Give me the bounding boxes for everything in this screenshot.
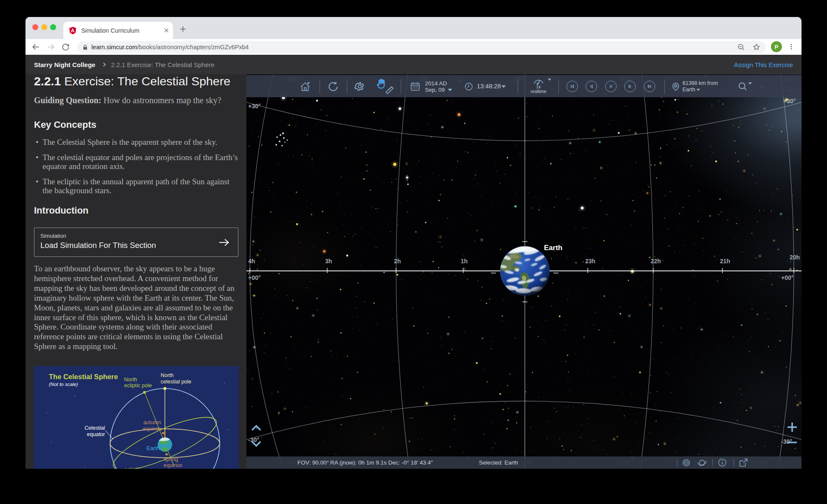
figure-ncp-dot (164, 387, 167, 390)
figure-subtitle: (Not to scale) (49, 382, 78, 387)
open-external-icon[interactable] (739, 458, 748, 467)
browser-menu-icon[interactable] (786, 41, 797, 52)
forward-button[interactable] (44, 39, 57, 55)
minimize-window-button[interactable] (41, 24, 47, 30)
celestial-sphere-figure: The Celestial Sphere (Not to scale) Nort… (34, 366, 239, 469)
figure-ncp-label: celestial pole (161, 379, 191, 385)
lesson-title: 2.2.1 Exercise: The Celestial Sphere (34, 74, 246, 88)
back-arrow-icon (31, 42, 40, 51)
ra-dec-readout: RA (jnow): 0h 1m 9.1s Dec: -0° 18′ 43.4″ (330, 456, 433, 469)
reload-button[interactable] (59, 39, 72, 55)
figure-spring-equinox-dot (165, 453, 168, 456)
gear-icon (354, 80, 366, 93)
grid-hour-label: 1h (461, 258, 467, 265)
grid-hour-label: 20h (790, 254, 800, 261)
step-back-icon (588, 83, 595, 90)
pan-up-chevron[interactable] (250, 423, 262, 432)
new-tab-button[interactable] (177, 23, 189, 35)
browser-tab[interactable]: Simulation Curriculum (63, 22, 173, 39)
sky-simulation[interactable]: 4h 3h 2h 1h 23h 22h 21h 20h +00° +00° +3… (246, 74, 802, 469)
settings-gear-icon[interactable] (354, 75, 366, 98)
home-button[interactable] (299, 75, 311, 98)
info-icon[interactable] (717, 458, 727, 467)
skip-to-start-button[interactable] (566, 81, 578, 92)
lock-icon (82, 44, 88, 51)
orientation-reset-button[interactable] (327, 75, 340, 98)
close-window-button[interactable] (32, 24, 38, 30)
home-icon (299, 81, 311, 93)
grid-hour-label: 23h (585, 258, 595, 265)
figure-nep-label: North (124, 377, 137, 383)
skip-to-end-button[interactable] (644, 81, 655, 92)
time-dropdown-caret[interactable] (501, 75, 506, 98)
bookmark-star-icon[interactable] (752, 43, 761, 51)
viewing-location[interactable]: 61398 km from Earth (683, 75, 718, 98)
speed-dropdown-caret[interactable] (548, 79, 551, 81)
calendar-glyph-icon (410, 81, 421, 92)
step-back-button[interactable] (586, 81, 597, 92)
simulation-toolbar: 2014 AD Sep, 09 13:48:28 (246, 75, 802, 97)
location-dropdown-caret[interactable] (697, 89, 700, 91)
date-display[interactable]: 2014 AD Sep, 09 (425, 75, 452, 98)
arrow-right-icon (218, 237, 230, 248)
url-bar[interactable]: learn.simcur.com/books/astronomy/chapter… (77, 41, 766, 53)
angular-favicon-icon (68, 26, 77, 35)
lesson-panel: 2.2.1 Exercise: The Celestial Sphere Gui… (25, 74, 246, 469)
figure-autumn-equinox-label: autumn (143, 420, 161, 425)
orbit-icon[interactable] (697, 458, 707, 467)
figure-earth-label: Earth (147, 445, 160, 451)
key-concepts-list: The Celestial Sphere is the apparent sph… (36, 138, 239, 201)
fov-readout: FOV: 90.00° (297, 456, 329, 469)
grid-hour-label: 22h (651, 258, 661, 265)
figure-celestial-equator-label: equator (87, 431, 105, 437)
speed-unit: realtime (530, 89, 546, 94)
date-dropdown-caret[interactable] (448, 89, 452, 91)
search-dropdown-caret[interactable] (748, 82, 752, 84)
key-concepts-heading: Key Concepts (34, 119, 96, 130)
time-display[interactable]: 13:48:28 (477, 75, 501, 98)
skip-to-start-icon (569, 83, 575, 90)
search-icon[interactable] (737, 75, 748, 98)
toolbar-divider (518, 79, 518, 93)
orbit-glyph-icon (697, 458, 707, 468)
breadcrumb-root[interactable]: Starry Night College (34, 61, 95, 68)
measure-ruler-icon[interactable] (384, 79, 395, 101)
zoom-out-icon[interactable] (737, 43, 745, 51)
back-button[interactable] (29, 39, 42, 55)
refresh-icon (327, 80, 340, 93)
toolbar-divider (401, 79, 401, 93)
browser-tab-strip: Simulation Curriculum (25, 17, 802, 39)
location-body: Earth (683, 87, 695, 93)
zoom-out-minus[interactable] (786, 438, 798, 447)
pan-down-chevron[interactable] (250, 439, 262, 449)
zoom-in-plus[interactable] (786, 422, 798, 432)
pause-button[interactable] (605, 81, 617, 92)
time-flow-rate[interactable]: 1xrealtime (525, 75, 552, 98)
figure-nep-label: ecliptic pole (124, 383, 152, 389)
selected-object-readout: Selected: Earth (479, 456, 518, 469)
toolbar-divider (664, 79, 665, 93)
chevron-up-icon (251, 424, 262, 431)
chevron-down-icon (251, 441, 262, 448)
play-icon (627, 83, 633, 90)
window-controls (32, 24, 56, 30)
guiding-question: Guiding Question: How do astronomers map… (34, 96, 244, 105)
profile-avatar[interactable]: P (771, 41, 782, 52)
clock-glyph-icon (464, 82, 473, 91)
calendar-icon[interactable] (410, 75, 421, 98)
url-text: learn.simcur.com/books/astronomy/chapter… (91, 44, 249, 51)
location-pin-icon[interactable] (671, 75, 681, 98)
reload-icon (62, 43, 70, 51)
toolbar-divider (558, 79, 559, 93)
tab-close-icon[interactable] (164, 28, 169, 33)
maximize-window-button[interactable] (50, 24, 56, 30)
intro-paragraph: To an earthbound observer, the sky appea… (34, 264, 240, 352)
chevron-right-icon (101, 62, 107, 68)
load-simulation-card[interactable]: Simulation Load Simulation For This Sect… (34, 228, 238, 257)
center-target-icon[interactable] (682, 458, 691, 467)
date-era: 2014 AD (425, 81, 452, 86)
assign-exercise-link[interactable]: Assign This Exercise (734, 61, 793, 68)
grid-hour-label: 4h (248, 258, 255, 265)
clock-icon[interactable] (464, 75, 473, 98)
play-button[interactable] (624, 81, 636, 92)
